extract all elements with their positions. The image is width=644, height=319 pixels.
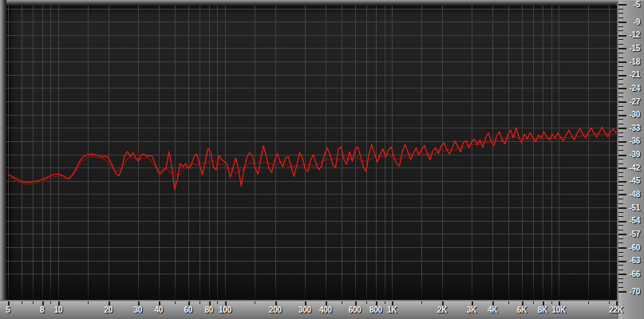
spectrum-analyzer-panel: 581020304060801002003004006008001K2K3K4K… — [0, 0, 644, 319]
frame-bevel-top — [0, 0, 644, 6]
plot-area[interactable] — [6, 6, 617, 300]
frequency-axis-strip — [0, 300, 617, 319]
frame-bevel-left — [0, 0, 6, 319]
db-axis-strip — [617, 0, 644, 319]
